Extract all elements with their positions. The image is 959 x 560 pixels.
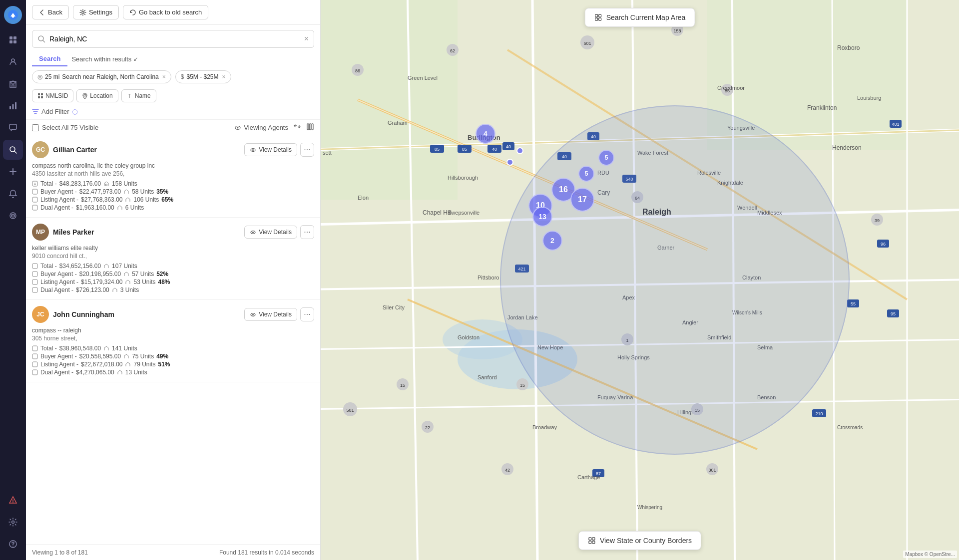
- sidebar-item-chart[interactable]: [3, 96, 23, 116]
- view-borders-button[interactable]: View State or County Borders: [578, 531, 701, 550]
- svg-rect-4: [9, 40, 12, 43]
- svg-rect-57: [321, 0, 458, 200]
- sidebar-item-home[interactable]: [3, 30, 23, 50]
- tab-within-results[interactable]: Search within results ↙: [67, 52, 142, 66]
- stat-total-jc: Total - $38,960,548.00 141 Units: [32, 345, 314, 352]
- price-filter-close[interactable]: ×: [222, 73, 226, 80]
- select-all-checkbox[interactable]: [32, 124, 39, 131]
- map-area[interactable]: 40 40 540 Burlington Graham Hillsborough…: [321, 0, 959, 560]
- sidebar-item-building[interactable]: [3, 74, 23, 94]
- view-details-btn-gc[interactable]: View Details: [244, 143, 297, 156]
- agent-address-mp: 9010 concord hill ct.,: [32, 253, 314, 260]
- agent-header-right-gc: View Details ···: [244, 143, 314, 157]
- map-single-1[interactable]: [516, 147, 523, 154]
- col-filter-nmlsid[interactable]: NMLSID: [32, 89, 73, 102]
- map-cluster-13[interactable]: 13: [532, 207, 552, 227]
- home-listing-icon: [125, 197, 131, 203]
- agent-header-left-jc: JC John Cunningham: [32, 306, 114, 323]
- listing-mp-icon: [32, 279, 38, 285]
- search-input[interactable]: [49, 35, 300, 43]
- radius-filter-close[interactable]: ×: [162, 73, 166, 80]
- col-filter-name[interactable]: T Name: [121, 89, 156, 102]
- sort-button[interactable]: [293, 123, 301, 132]
- sidebar-item-help[interactable]: [3, 534, 23, 554]
- map-cluster-5b[interactable]: 5: [578, 166, 594, 182]
- stat-dual-jc: Dual Agent - $4,270,065.00 13 Units: [32, 369, 314, 376]
- select-all-left: Select All 75 Visible: [32, 124, 98, 131]
- svg-text:sett: sett: [323, 150, 332, 156]
- home-listing-mp-icon: [125, 279, 131, 285]
- svg-point-22: [82, 11, 84, 13]
- home-stat-icon: [103, 181, 109, 187]
- svg-text:501: 501: [346, 408, 354, 413]
- sidebar-item-plus[interactable]: [3, 162, 23, 182]
- agent-header-gc: GC Gillian Carter View Details ···: [32, 141, 314, 158]
- map-cluster-5a[interactable]: 5: [598, 150, 614, 166]
- more-btn-gc[interactable]: ···: [300, 143, 314, 157]
- map-cluster-2[interactable]: 2: [542, 231, 562, 251]
- svg-rect-24: [38, 93, 40, 95]
- agent-company-mp: keller williams elite realty: [32, 245, 314, 252]
- dollar-icon: $: [181, 73, 184, 80]
- col-filter-location[interactable]: Location: [76, 89, 118, 102]
- price-filter-chip[interactable]: $ $5M - $25M ×: [175, 70, 231, 83]
- svg-rect-46: [32, 280, 37, 284]
- search-current-area-button[interactable]: Search Current Map Area: [585, 8, 695, 27]
- sidebar-item-warning[interactable]: [3, 490, 23, 510]
- svg-text:42: 42: [505, 468, 510, 473]
- more-btn-mp[interactable]: ···: [300, 225, 314, 239]
- sidebar-item-target[interactable]: [3, 206, 23, 226]
- viewing-agents-btn[interactable]: Viewing Agents: [234, 124, 288, 131]
- tab-search[interactable]: Search: [32, 52, 67, 66]
- buyer-icon: [32, 189, 38, 195]
- map-cluster-17[interactable]: 17: [570, 188, 594, 212]
- stat-buyer-mp: Buyer Agent - $20,198,955.00 57 Units 52…: [32, 271, 314, 278]
- back-button[interactable]: Back: [32, 5, 69, 19]
- stat-buyer-jc: Buyer Agent - $20,558,595.00 75 Units 49…: [32, 353, 314, 360]
- svg-rect-13: [9, 124, 16, 129]
- svg-rect-8: [11, 83, 12, 84]
- sidebar-item-search[interactable]: [3, 140, 23, 160]
- tabs-row: Search Search within results ↙: [26, 48, 320, 66]
- search-clear-icon[interactable]: ×: [304, 34, 309, 43]
- home-listing-jc-icon: [125, 361, 131, 367]
- sidebar-item-settings[interactable]: [3, 512, 23, 532]
- svg-point-28: [84, 94, 86, 96]
- radius-filter-chip[interactable]: ◎ 25 mi Search near Raleigh, North Carol…: [32, 70, 171, 83]
- view-details-btn-jc[interactable]: View Details: [244, 308, 297, 321]
- map-cluster-4[interactable]: 4: [476, 124, 495, 144]
- dual-mp-icon: [32, 287, 38, 293]
- sidebar-item-people[interactable]: [3, 52, 23, 72]
- listing-jc-icon: [32, 361, 38, 367]
- svg-point-49: [252, 314, 254, 315]
- nmlsid-icon: [37, 93, 43, 99]
- sidebar-item-bell[interactable]: [3, 184, 23, 204]
- svg-rect-51: [32, 354, 37, 359]
- view-details-btn-mp[interactable]: View Details: [244, 226, 297, 239]
- top-bar: Back Settings Go back to old search: [26, 0, 320, 25]
- column-settings-button[interactable]: [306, 123, 314, 132]
- svg-text:401: 401: [892, 122, 899, 127]
- svg-rect-33: [310, 124, 311, 130]
- add-filter-button[interactable]: Add Filter ◌: [32, 107, 78, 115]
- svg-rect-34: [312, 124, 313, 130]
- svg-text:Franklinton: Franklinton: [807, 104, 837, 111]
- svg-text:301: 301: [708, 468, 716, 473]
- stat-buyer-gc: Buyer Agent - $22,477,973.00 58 Units 35…: [32, 188, 314, 195]
- more-btn-jc[interactable]: ···: [300, 307, 314, 321]
- map-single-2[interactable]: [506, 159, 513, 166]
- home-buyer-mp-icon: [123, 271, 129, 277]
- svg-text:15: 15: [520, 383, 525, 388]
- svg-text:Henderson: Henderson: [832, 144, 862, 151]
- settings-button[interactable]: Settings: [73, 5, 119, 19]
- agent-header-left-gc: GC Gillian Carter: [32, 141, 97, 158]
- svg-rect-181: [592, 538, 595, 540]
- dual-jc-icon: [32, 369, 38, 375]
- svg-text:501: 501: [583, 41, 591, 46]
- sidebar-item-comment[interactable]: [3, 118, 23, 138]
- svg-text:158: 158: [673, 28, 681, 33]
- svg-text:Roxboro: Roxboro: [837, 44, 860, 51]
- old-search-button[interactable]: Go back to old search: [123, 5, 208, 19]
- stat-dual-gc: Dual Agent - $1,963,160.00 6 Units: [32, 204, 314, 211]
- svg-rect-9: [13, 83, 14, 84]
